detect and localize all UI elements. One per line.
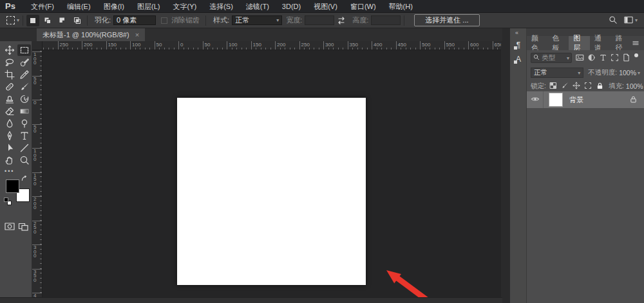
menu-item[interactable]: 3D(D) xyxy=(276,0,307,13)
search-icon[interactable] xyxy=(609,15,618,26)
ruler-label: 400 xyxy=(374,42,382,48)
rectangular-marquee-tool[interactable] xyxy=(17,44,31,56)
current-tool-button[interactable]: ▾ xyxy=(6,16,19,24)
lock-artboard-icon[interactable] xyxy=(584,82,592,91)
ruler-minor-tick xyxy=(352,48,353,50)
lock-move-icon[interactable] xyxy=(573,82,580,91)
rectangular-marquee-icon xyxy=(6,16,15,24)
ruler-origin-corner[interactable] xyxy=(32,41,43,50)
swap-colors-icon[interactable] xyxy=(21,174,28,185)
lock-all-icon[interactable] xyxy=(596,82,604,91)
dodge-tool[interactable] xyxy=(17,118,31,129)
ruler-minor-tick xyxy=(213,48,213,50)
workspace-switcher[interactable]: ▾ xyxy=(624,15,638,26)
layer-filter-search[interactable]: 类型 ▾ xyxy=(531,53,572,63)
lock-transparency-icon[interactable] xyxy=(549,82,557,91)
menu-item[interactable]: 滤镜(T) xyxy=(240,0,276,13)
move-tool[interactable] xyxy=(3,44,16,56)
collapse-panels-icon[interactable]: « xyxy=(515,30,518,36)
brush-tool[interactable] xyxy=(17,81,31,93)
blend-mode-select[interactable]: 正常 ▾ xyxy=(531,68,583,78)
ruler-label: 0 xyxy=(180,42,183,48)
ruler-minor-tick xyxy=(40,234,42,235)
style-select[interactable]: 正常 ▾ xyxy=(232,15,282,25)
ruler-label: 100 xyxy=(132,42,140,48)
divider xyxy=(205,15,206,26)
panel-menu-icon[interactable] xyxy=(632,36,644,50)
width-input[interactable] xyxy=(305,15,334,25)
quick-mask-button[interactable] xyxy=(5,221,15,234)
history-brush-tool[interactable] xyxy=(17,93,31,105)
horizontal-ruler[interactable]: 2502001501005005010015020025030035040045… xyxy=(43,41,501,50)
menu-item[interactable]: 窗口(W) xyxy=(344,0,383,13)
ruler-minor-tick xyxy=(246,48,247,50)
swap-dimensions-icon[interactable] xyxy=(337,15,346,26)
pixel-layer-filter-icon[interactable] xyxy=(576,53,584,63)
adjustment-filter-icon[interactable] xyxy=(587,53,596,63)
height-input[interactable] xyxy=(371,15,401,25)
subtract-selection-button[interactable] xyxy=(56,15,69,26)
intersect-selection-button[interactable] xyxy=(71,15,84,26)
filter-toggle-icon[interactable] xyxy=(634,53,638,57)
type-filter-icon[interactable] xyxy=(599,53,607,63)
ruler-minor-tick xyxy=(280,48,281,50)
menu-items: 文件(F)编辑(E)图像(I)图层(L)文字(Y)选择(S)滤镜(T)3D(D)… xyxy=(24,0,419,13)
path-selection-tool[interactable] xyxy=(3,142,16,154)
eraser-tool[interactable] xyxy=(3,106,16,117)
select-and-mask-button[interactable]: 选择并遮住 ... xyxy=(414,14,479,26)
document-canvas[interactable] xyxy=(177,98,366,285)
clone-stamp-tool[interactable] xyxy=(3,93,16,105)
menu-item[interactable]: 帮助(H) xyxy=(383,0,419,13)
layer-row-background[interactable]: 背景 xyxy=(527,91,644,108)
menu-item[interactable]: 图层(L) xyxy=(131,0,166,13)
ruler-minor-tick xyxy=(454,48,455,50)
ruler-minor-tick xyxy=(43,48,44,50)
lock-paint-icon[interactable] xyxy=(561,82,569,91)
opacity-value[interactable]: 100% ▾ xyxy=(619,69,640,77)
zoom-tool[interactable] xyxy=(17,154,31,166)
hand-tool[interactable] xyxy=(3,154,16,166)
pen-tool[interactable] xyxy=(3,130,16,142)
layer-visibility-toggle[interactable] xyxy=(527,91,544,108)
smart-object-filter-icon[interactable] xyxy=(622,53,630,63)
foreground-color-swatch[interactable] xyxy=(6,179,19,193)
blur-tool[interactable] xyxy=(3,118,16,129)
panel-tab[interactable]: 色板 xyxy=(548,36,569,50)
menu-item[interactable]: 编辑(E) xyxy=(61,0,97,13)
close-tab-icon[interactable]: × xyxy=(135,31,139,39)
menu-item[interactable]: 文件(F) xyxy=(24,0,61,13)
feather-input[interactable]: 0 像素 xyxy=(113,15,156,25)
shape-filter-icon[interactable] xyxy=(611,53,619,63)
menu-item[interactable]: 视图(V) xyxy=(307,0,344,13)
spot-healing-brush-tool[interactable] xyxy=(3,81,16,93)
menu-item[interactable]: 选择(S) xyxy=(203,0,240,13)
document-tab[interactable]: 未标题-1 @ 100%(RGB/8#) × xyxy=(37,28,145,41)
screen-mode-button[interactable] xyxy=(18,221,28,234)
crop-tool[interactable] xyxy=(3,69,16,80)
panel-tab[interactable]: 图层 xyxy=(569,36,590,50)
glyphs-panel-icon[interactable]: A xyxy=(512,53,525,66)
type-tool[interactable] xyxy=(17,130,31,142)
ruler-major-tick xyxy=(372,41,372,50)
edit-toolbar-icon[interactable]: ••• xyxy=(5,168,14,174)
panel-tab[interactable]: 路径 xyxy=(611,36,632,50)
new-selection-button[interactable] xyxy=(26,15,39,26)
panel-tab[interactable]: 颜色 xyxy=(527,36,548,50)
layer-thumbnail[interactable] xyxy=(549,93,563,107)
fill-value[interactable]: 100% ▾ xyxy=(626,82,644,90)
lasso-tool[interactable] xyxy=(3,57,16,68)
default-colors-icon[interactable] xyxy=(4,197,12,206)
line-tool[interactable] xyxy=(17,142,31,154)
antialias-checkbox[interactable] xyxy=(161,17,167,24)
ruler-minor-tick xyxy=(309,48,310,50)
add-selection-button[interactable] xyxy=(41,15,54,26)
eyedropper-tool[interactable] xyxy=(17,69,31,80)
panel-tab[interactable]: 通道 xyxy=(590,36,611,50)
vertical-ruler[interactable]: 1 0 05 005 01 0 01 5 02 0 02 5 03 0 03 5… xyxy=(32,50,43,297)
menu-item[interactable]: 文字(Y) xyxy=(166,0,203,13)
gradient-tool[interactable] xyxy=(17,106,31,117)
ruler-major-tick xyxy=(299,41,300,50)
quick-selection-tool[interactable] xyxy=(17,57,31,68)
paragraph-panel-icon[interactable]: ¶ xyxy=(512,39,525,51)
menu-item[interactable]: 图像(I) xyxy=(97,0,131,13)
